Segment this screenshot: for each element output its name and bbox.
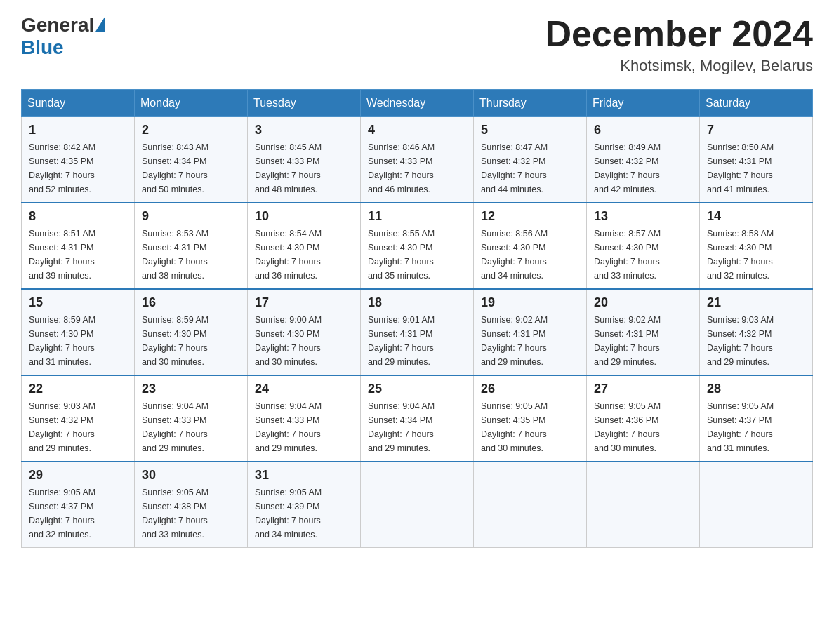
title-area: December 2024 Khotsimsk, Mogilev, Belaru… — [545, 14, 813, 75]
month-title: December 2024 — [545, 14, 813, 54]
day-number: 26 — [481, 382, 579, 396]
logo-blue-text: Blue — [21, 36, 64, 58]
weekday-header-friday: Friday — [587, 90, 700, 117]
calendar-day-cell — [587, 462, 700, 548]
day-info: Sunrise: 8:46 AM Sunset: 4:33 PM Dayligh… — [368, 140, 466, 196]
calendar-day-cell — [474, 462, 587, 548]
day-number: 18 — [368, 295, 466, 310]
logo: General Blue — [21, 14, 105, 59]
calendar-week-row: 1Sunrise: 8:42 AM Sunset: 4:35 PM Daylig… — [22, 117, 813, 203]
day-info: Sunrise: 8:51 AM Sunset: 4:31 PM Dayligh… — [29, 227, 127, 283]
day-number: 17 — [255, 295, 353, 310]
day-info: Sunrise: 8:56 AM Sunset: 4:30 PM Dayligh… — [481, 227, 579, 283]
day-number: 2 — [142, 123, 240, 137]
day-number: 5 — [481, 123, 579, 137]
calendar-day-cell — [361, 462, 474, 548]
logo-general-text: General — [21, 14, 94, 36]
day-info: Sunrise: 9:04 AM Sunset: 4:33 PM Dayligh… — [255, 399, 353, 455]
page-header: General Blue December 2024 Khotsimsk, Mo… — [21, 14, 813, 75]
day-info: Sunrise: 8:50 AM Sunset: 4:31 PM Dayligh… — [707, 140, 805, 196]
day-info: Sunrise: 9:05 AM Sunset: 4:35 PM Dayligh… — [481, 399, 579, 455]
calendar-day-cell: 4Sunrise: 8:46 AM Sunset: 4:33 PM Daylig… — [361, 117, 474, 203]
day-info: Sunrise: 9:05 AM Sunset: 4:36 PM Dayligh… — [594, 399, 692, 455]
calendar-day-cell: 16Sunrise: 8:59 AM Sunset: 4:30 PM Dayli… — [135, 289, 248, 375]
day-number: 9 — [142, 209, 240, 224]
day-info: Sunrise: 9:03 AM Sunset: 4:32 PM Dayligh… — [29, 399, 127, 455]
weekday-header-tuesday: Tuesday — [248, 90, 361, 117]
calendar-day-cell: 22Sunrise: 9:03 AM Sunset: 4:32 PM Dayli… — [22, 375, 135, 462]
day-number: 29 — [29, 468, 127, 483]
day-number: 1 — [29, 123, 127, 137]
day-number: 19 — [481, 295, 579, 310]
day-info: Sunrise: 9:05 AM Sunset: 4:38 PM Dayligh… — [142, 485, 240, 542]
day-info: Sunrise: 8:54 AM Sunset: 4:30 PM Dayligh… — [255, 227, 353, 283]
calendar-day-cell — [700, 462, 813, 548]
calendar-day-cell: 30Sunrise: 9:05 AM Sunset: 4:38 PM Dayli… — [135, 462, 248, 548]
day-info: Sunrise: 8:43 AM Sunset: 4:34 PM Dayligh… — [142, 140, 240, 196]
day-info: Sunrise: 9:01 AM Sunset: 4:31 PM Dayligh… — [368, 313, 466, 369]
calendar-day-cell: 13Sunrise: 8:57 AM Sunset: 4:30 PM Dayli… — [587, 203, 700, 289]
day-info: Sunrise: 9:00 AM Sunset: 4:30 PM Dayligh… — [255, 313, 353, 369]
day-info: Sunrise: 9:03 AM Sunset: 4:32 PM Dayligh… — [707, 313, 805, 369]
day-info: Sunrise: 8:57 AM Sunset: 4:30 PM Dayligh… — [594, 227, 692, 283]
day-info: Sunrise: 9:05 AM Sunset: 4:39 PM Dayligh… — [255, 485, 353, 542]
logo-triangle-icon — [95, 16, 105, 32]
day-number: 12 — [481, 209, 579, 224]
calendar-day-cell: 14Sunrise: 8:58 AM Sunset: 4:30 PM Dayli… — [700, 203, 813, 289]
day-info: Sunrise: 8:59 AM Sunset: 4:30 PM Dayligh… — [142, 313, 240, 369]
calendar-day-cell: 6Sunrise: 8:49 AM Sunset: 4:32 PM Daylig… — [587, 117, 700, 203]
day-number: 10 — [255, 209, 353, 224]
calendar-day-cell: 8Sunrise: 8:51 AM Sunset: 4:31 PM Daylig… — [22, 203, 135, 289]
calendar-day-cell: 11Sunrise: 8:55 AM Sunset: 4:30 PM Dayli… — [361, 203, 474, 289]
calendar-day-cell: 31Sunrise: 9:05 AM Sunset: 4:39 PM Dayli… — [248, 462, 361, 548]
calendar-day-cell: 25Sunrise: 9:04 AM Sunset: 4:34 PM Dayli… — [361, 375, 474, 462]
day-number: 24 — [255, 382, 353, 396]
day-number: 21 — [707, 295, 805, 310]
day-info: Sunrise: 9:02 AM Sunset: 4:31 PM Dayligh… — [481, 313, 579, 369]
day-info: Sunrise: 8:53 AM Sunset: 4:31 PM Dayligh… — [142, 227, 240, 283]
day-info: Sunrise: 9:05 AM Sunset: 4:37 PM Dayligh… — [707, 399, 805, 455]
weekday-header-wednesday: Wednesday — [361, 90, 474, 117]
day-info: Sunrise: 9:05 AM Sunset: 4:37 PM Dayligh… — [29, 485, 127, 542]
day-info: Sunrise: 8:49 AM Sunset: 4:32 PM Dayligh… — [594, 140, 692, 196]
day-info: Sunrise: 8:58 AM Sunset: 4:30 PM Dayligh… — [707, 227, 805, 283]
day-number: 7 — [707, 123, 805, 137]
calendar-week-row: 15Sunrise: 8:59 AM Sunset: 4:30 PM Dayli… — [22, 289, 813, 375]
day-number: 27 — [594, 382, 692, 396]
day-info: Sunrise: 8:42 AM Sunset: 4:35 PM Dayligh… — [29, 140, 127, 196]
day-info: Sunrise: 9:02 AM Sunset: 4:31 PM Dayligh… — [594, 313, 692, 369]
day-number: 16 — [142, 295, 240, 310]
calendar-day-cell: 21Sunrise: 9:03 AM Sunset: 4:32 PM Dayli… — [700, 289, 813, 375]
day-number: 28 — [707, 382, 805, 396]
day-number: 14 — [707, 209, 805, 224]
calendar-table: SundayMondayTuesdayWednesdayThursdayFrid… — [21, 89, 813, 548]
weekday-header-monday: Monday — [135, 90, 248, 117]
calendar-day-cell: 10Sunrise: 8:54 AM Sunset: 4:30 PM Dayli… — [248, 203, 361, 289]
calendar-day-cell: 23Sunrise: 9:04 AM Sunset: 4:33 PM Dayli… — [135, 375, 248, 462]
calendar-day-cell: 15Sunrise: 8:59 AM Sunset: 4:30 PM Dayli… — [22, 289, 135, 375]
calendar-day-cell: 20Sunrise: 9:02 AM Sunset: 4:31 PM Dayli… — [587, 289, 700, 375]
calendar-day-cell: 19Sunrise: 9:02 AM Sunset: 4:31 PM Dayli… — [474, 289, 587, 375]
day-number: 22 — [29, 382, 127, 396]
calendar-day-cell: 28Sunrise: 9:05 AM Sunset: 4:37 PM Dayli… — [700, 375, 813, 462]
day-number: 20 — [594, 295, 692, 310]
day-info: Sunrise: 8:55 AM Sunset: 4:30 PM Dayligh… — [368, 227, 466, 283]
day-number: 15 — [29, 295, 127, 310]
calendar-day-cell: 26Sunrise: 9:05 AM Sunset: 4:35 PM Dayli… — [474, 375, 587, 462]
calendar-day-cell: 17Sunrise: 9:00 AM Sunset: 4:30 PM Dayli… — [248, 289, 361, 375]
calendar-week-row: 22Sunrise: 9:03 AM Sunset: 4:32 PM Dayli… — [22, 375, 813, 462]
calendar-day-cell: 18Sunrise: 9:01 AM Sunset: 4:31 PM Dayli… — [361, 289, 474, 375]
weekday-header-thursday: Thursday — [474, 90, 587, 117]
day-number: 23 — [142, 382, 240, 396]
day-number: 3 — [255, 123, 353, 137]
day-info: Sunrise: 8:45 AM Sunset: 4:33 PM Dayligh… — [255, 140, 353, 196]
calendar-week-row: 29Sunrise: 9:05 AM Sunset: 4:37 PM Dayli… — [22, 462, 813, 548]
weekday-header-row: SundayMondayTuesdayWednesdayThursdayFrid… — [22, 90, 813, 117]
calendar-day-cell: 27Sunrise: 9:05 AM Sunset: 4:36 PM Dayli… — [587, 375, 700, 462]
calendar-week-row: 8Sunrise: 8:51 AM Sunset: 4:31 PM Daylig… — [22, 203, 813, 289]
day-number: 4 — [368, 123, 466, 137]
day-info: Sunrise: 8:59 AM Sunset: 4:30 PM Dayligh… — [29, 313, 127, 369]
weekday-header-sunday: Sunday — [22, 90, 135, 117]
calendar-day-cell: 24Sunrise: 9:04 AM Sunset: 4:33 PM Dayli… — [248, 375, 361, 462]
location-title: Khotsimsk, Mogilev, Belarus — [545, 57, 813, 75]
